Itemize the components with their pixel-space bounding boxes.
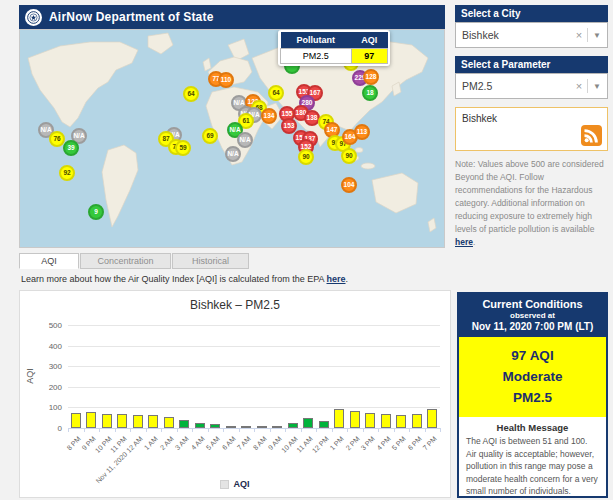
tab-historical[interactable]: Historical xyxy=(172,253,249,269)
x-tick xyxy=(223,428,224,432)
gridline xyxy=(68,387,440,388)
x-tick xyxy=(347,428,348,432)
x-tick-label: 4 PM xyxy=(375,435,392,452)
x-tick-label: 3 PM xyxy=(359,435,376,452)
x-tick-label: 8 PM xyxy=(65,435,82,452)
x-tick-label: 7 AM xyxy=(236,435,252,451)
aqi-marker[interactable]: N/A xyxy=(225,146,241,162)
airnow-page: AirNow Department of State xyxy=(0,0,613,500)
aqi-bar xyxy=(210,424,220,428)
aqi-marker[interactable]: 39 xyxy=(63,140,79,156)
x-tick-label: 8 AM xyxy=(251,435,267,451)
aqi-bar xyxy=(102,414,112,428)
x-tick xyxy=(192,428,193,432)
clear-parameter-icon[interactable]: × xyxy=(571,80,587,92)
x-tick xyxy=(270,428,271,432)
x-tick-label: 6 PM xyxy=(406,435,423,452)
select-city-header: Select a City xyxy=(455,5,608,22)
aqi-marker[interactable]: 134 xyxy=(261,108,277,124)
current-conditions-header: Current Conditions observed at Nov 11, 2… xyxy=(459,294,606,337)
aqi-bar xyxy=(412,414,422,428)
y-axis-title: AQI xyxy=(25,368,35,384)
x-tick-label: 2 AM xyxy=(158,435,174,451)
aqi-bar xyxy=(179,420,189,428)
aqi-marker[interactable]: 90 xyxy=(341,148,357,164)
aqi-marker[interactable]: 69 xyxy=(202,128,218,144)
aqi-marker[interactable]: 110 xyxy=(218,72,234,88)
x-tick-label: 5 PM xyxy=(390,435,407,452)
aqi-marker[interactable]: 113 xyxy=(354,124,370,140)
aqi-bar xyxy=(350,411,360,429)
parameter-select[interactable]: PM2.5 × ▼ xyxy=(455,73,608,99)
x-tick-label: 2 PM xyxy=(344,435,361,452)
x-tick xyxy=(84,428,85,432)
x-tick xyxy=(239,428,240,432)
learn-more-text: Learn more about how the Air Quality Ind… xyxy=(21,274,348,284)
aqi-bar xyxy=(381,414,391,428)
gridline xyxy=(68,346,440,347)
aqi-bar xyxy=(148,415,158,428)
city-widget: Select a City xyxy=(455,5,608,22)
note-here-link[interactable]: here xyxy=(455,237,473,247)
aqi-marker[interactable]: 64 xyxy=(268,85,284,101)
aqi-marker[interactable]: 128 xyxy=(363,69,379,85)
aqi-bar xyxy=(396,415,406,428)
x-tick-label: 6 AM xyxy=(220,435,236,451)
rss-city-label: Bishkek xyxy=(456,108,607,124)
x-tick xyxy=(177,428,178,432)
rss-icon[interactable] xyxy=(581,125,602,146)
learn-more-after: . xyxy=(346,274,349,284)
y-tick-label: 0 xyxy=(58,424,62,433)
x-tick xyxy=(115,428,116,432)
x-tick-label: 11 AM xyxy=(295,435,314,454)
chart-plot-area: 01002003004005008 PM9 PM10 PM11 PMNov 11… xyxy=(68,325,440,428)
x-tick xyxy=(99,428,100,432)
x-tick xyxy=(394,428,395,432)
aqi-bar xyxy=(334,409,344,428)
popup-aqi-value: 97 xyxy=(351,49,387,64)
aqi-chart-panel: Bishkek – PM2.5 AQI 01002003004005008 PM… xyxy=(19,290,451,498)
y-tick-label: 500 xyxy=(49,321,62,330)
aqi-bar xyxy=(427,409,437,428)
x-tick-label: 1 AM xyxy=(143,435,159,451)
aqi-marker[interactable]: 92 xyxy=(59,165,75,181)
note-after: . xyxy=(473,237,475,247)
city-select[interactable]: Bishkek × ▼ xyxy=(455,22,608,48)
current-aqi-value: 97 AQI xyxy=(459,345,606,366)
map-popup: Pollutant AQI PM2.5 97 xyxy=(278,30,390,66)
aqi-marker[interactable]: 90 xyxy=(298,149,314,165)
current-pollutant: PM2.5 xyxy=(459,387,606,408)
x-tick xyxy=(130,428,131,432)
aqi-marker[interactable]: 59 xyxy=(175,140,191,156)
aqi-bar xyxy=(86,412,96,428)
world-aqi-map[interactable]: N/A76N/A39929647711064N/A12268N/AN/A1346… xyxy=(19,29,445,248)
x-tick xyxy=(363,428,364,432)
chart-legend[interactable]: AQI xyxy=(20,479,450,489)
x-tick xyxy=(425,428,426,432)
department-of-state-seal-icon xyxy=(25,9,42,26)
aqi-marker[interactable]: 64 xyxy=(183,86,199,102)
parameter-select-value: PM2.5 xyxy=(462,80,571,92)
health-message-title: Health Message xyxy=(459,422,606,433)
aqi-bar xyxy=(195,423,205,428)
current-aqi-block: 97 AQI Moderate PM2.5 xyxy=(459,337,606,417)
epa-here-link[interactable]: here xyxy=(327,274,346,284)
popup-pollutant-header: Pollutant xyxy=(281,32,352,49)
aqi-marker[interactable]: 9 xyxy=(88,204,104,220)
legend-label: AQI xyxy=(233,479,249,489)
parameter-select-wrap: PM2.5 × ▼ xyxy=(455,73,608,99)
aqi-bar xyxy=(164,417,174,428)
aqi-marker[interactable]: N/A xyxy=(237,132,253,148)
aqi-bar xyxy=(241,426,251,428)
chart-title: Bishkek – PM2.5 xyxy=(20,298,450,312)
aqi-marker[interactable]: 18 xyxy=(362,85,378,101)
observed-at-label: observed at xyxy=(461,311,604,320)
popup-aqi-header: AQI xyxy=(351,32,387,49)
tab-aqi[interactable]: AQI xyxy=(19,253,79,269)
chevron-down-icon[interactable]: ▼ xyxy=(588,82,601,91)
chevron-down-icon[interactable]: ▼ xyxy=(588,31,601,40)
aqi-marker[interactable]: 104 xyxy=(341,177,357,193)
clear-city-icon[interactable]: × xyxy=(571,29,587,41)
x-tick xyxy=(409,428,410,432)
tab-concentration[interactable]: Concentration xyxy=(80,253,171,269)
